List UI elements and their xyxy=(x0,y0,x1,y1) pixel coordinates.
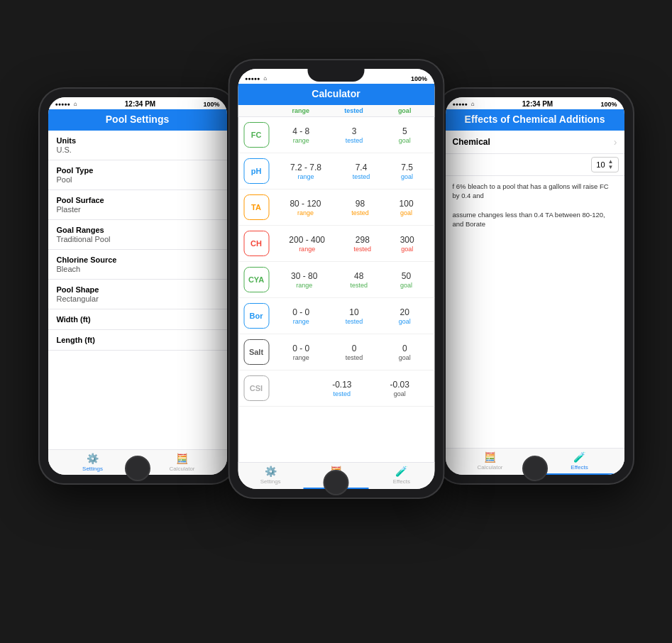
setting-pool-type-label: Pool Type xyxy=(57,166,219,175)
home-button-center[interactable] xyxy=(324,470,349,495)
setting-chlorine-source-value: Bleach xyxy=(57,265,219,273)
setting-pool-type[interactable]: Pool Type Pool xyxy=(48,160,227,190)
spinner-arrows[interactable]: ▲ ▼ xyxy=(608,159,614,170)
calc-row-csi[interactable]: CSI -0.13 tested -0.03 goal xyxy=(238,370,434,407)
bor-goal-val: 20 xyxy=(400,307,409,317)
effects-text: f 6% bleach to a pool that has a gallons… xyxy=(446,176,624,234)
fc-values: 4 - 8 range 3 tested 5 goal xyxy=(275,126,429,144)
wifi-icon-center: ⌂ xyxy=(263,75,267,82)
setting-pool-surface-label: Pool Surface xyxy=(57,196,219,204)
cya-goal-lbl: goal xyxy=(400,282,412,289)
ph-goal-lbl: goal xyxy=(401,173,413,180)
cya-goal-col: 50 goal xyxy=(400,271,412,289)
calc-row-salt[interactable]: Salt 0 - 0 range 0 tested 0 goal xyxy=(238,334,434,370)
tab-settings-left[interactable]: ⚙️ Settings xyxy=(48,450,138,475)
ph-tested-val: 7.4 xyxy=(356,163,368,172)
setting-goal-ranges-value: Traditional Pool xyxy=(57,235,219,243)
calc-row-ta[interactable]: TA 80 - 120 range 98 tested 100 goal xyxy=(238,189,434,226)
csi-goal-val: -0.03 xyxy=(390,380,409,390)
salt-range-lbl: range xyxy=(293,354,309,361)
notch xyxy=(308,69,365,82)
bor-tested-lbl: tested xyxy=(346,318,363,325)
ta-values: 80 - 120 range 98 tested 100 goal xyxy=(275,199,429,216)
phone-settings: ●●●●● ⌂ 12:34 PM 100% Pool Settings Unit… xyxy=(38,87,237,485)
ph-tested-lbl: tested xyxy=(353,173,370,180)
cya-goal-val: 50 xyxy=(402,271,411,281)
ph-tested-col: 7.4 tested xyxy=(353,163,370,180)
tab-effects-center[interactable]: 🧪 Effects xyxy=(369,463,434,489)
status-bar-right: ●●●●● ⌂ 12:34 PM 100% xyxy=(446,97,624,109)
bor-tested-col: 10 tested xyxy=(346,307,363,325)
ph-range-col: 7.2 - 7.8 range xyxy=(290,163,321,180)
status-bar-left: ●●●●● ⌂ 12:34 PM 100% xyxy=(48,97,227,109)
salt-tested-col: 0 tested xyxy=(346,344,363,361)
setting-goal-ranges-label: Goal Ranges xyxy=(57,226,219,234)
calc-row-bor[interactable]: Bor 0 - 0 range 10 tested 20 goal xyxy=(238,298,434,334)
tab-effects-right-label: Effects xyxy=(571,464,588,471)
fc-tested-val: 3 xyxy=(352,126,357,136)
ch-range-col: 200 - 400 range xyxy=(289,235,325,253)
setting-pool-surface[interactable]: Pool Surface Plaster xyxy=(48,190,227,220)
col-tested: tested xyxy=(344,107,363,114)
fc-tested-col: 3 tested xyxy=(346,126,363,144)
calc-row-ch[interactable]: CH 200 - 400 range 298 tested 300 goal xyxy=(238,226,434,262)
setting-goal-ranges[interactable]: Goal Ranges Traditional Pool xyxy=(48,220,227,250)
home-button-right[interactable] xyxy=(522,456,548,481)
ch-range-val: 200 - 400 xyxy=(289,235,325,245)
tab-settings-center[interactable]: ⚙️ Settings xyxy=(238,463,303,489)
tab-calculator-left[interactable]: 🧮 Calculator xyxy=(138,450,227,475)
calc-row-fc[interactable]: FC 4 - 8 range 3 tested 5 goal xyxy=(238,117,434,153)
battery-center: 100% xyxy=(411,75,427,82)
ph-goal-val: 7.5 xyxy=(401,163,413,172)
tab-calculator-right[interactable]: 🧮 Calculator xyxy=(446,449,535,475)
effects-title: Effects of Chemical Additions xyxy=(465,114,605,125)
setting-pool-shape[interactable]: Pool Shape Rectangular xyxy=(48,280,227,309)
settings-header: Pool Settings xyxy=(48,109,227,131)
calculator-icon-left: 🧮 xyxy=(176,453,188,464)
effects-icon-center: 🧪 xyxy=(395,466,407,477)
salt-tested-val: 0 xyxy=(352,344,357,353)
settings-icon-center: ⚙️ xyxy=(265,466,277,477)
quantity-spinner[interactable]: 10 ▲ ▼ xyxy=(591,157,618,172)
setting-units[interactable]: Units U.S. xyxy=(48,131,227,160)
tab-settings-center-label: Settings xyxy=(260,478,281,485)
effects-icon-right: 🧪 xyxy=(573,451,585,463)
spinner-row: 10 ▲ ▼ xyxy=(446,154,624,176)
bor-range-col: 0 - 0 range xyxy=(292,307,309,325)
ph-range-lbl: range xyxy=(297,173,314,180)
bor-goal-col: 20 goal xyxy=(399,307,411,325)
cya-tested-lbl: tested xyxy=(350,282,368,289)
setting-chlorine-source[interactable]: Chlorine Source Bleach xyxy=(48,250,227,280)
tab-effects-right[interactable]: 🧪 Effects xyxy=(535,449,624,475)
setting-pool-shape-value: Rectangular xyxy=(57,295,219,303)
csi-goal-col: -0.03 goal xyxy=(390,380,409,397)
cya-range-col: 30 - 80 range xyxy=(291,271,317,289)
ch-tested-col: 298 tested xyxy=(354,235,372,253)
salt-goal-lbl: goal xyxy=(399,354,411,361)
setting-pool-type-value: Pool xyxy=(57,175,219,184)
calculator-header: Calculator xyxy=(238,84,434,105)
fc-range-lbl: range xyxy=(293,137,309,144)
calc-row-ph[interactable]: pH 7.2 - 7.8 range 7.4 tested 7.5 goal xyxy=(238,153,434,189)
settings-title: Pool Settings xyxy=(106,114,169,125)
spinner-down-icon[interactable]: ▼ xyxy=(608,165,614,170)
fc-goal-lbl: goal xyxy=(399,137,411,144)
ta-range-lbl: range xyxy=(297,209,314,216)
cya-tested-col: 48 tested xyxy=(350,271,368,289)
calc-row-cya[interactable]: CYA 30 - 80 range 48 tested 50 goal xyxy=(238,262,434,298)
setting-width[interactable]: Width (ft) xyxy=(48,309,227,330)
ta-tested-col: 98 tested xyxy=(351,199,369,216)
setting-length[interactable]: Length (ft) xyxy=(48,330,227,351)
ta-range-col: 80 - 120 range xyxy=(290,199,321,216)
calculator-list: FC 4 - 8 range 3 tested 5 goal xyxy=(238,117,434,466)
signal-dots-center: ●●●●● xyxy=(245,76,260,81)
setting-chlorine-source-label: Chlorine Source xyxy=(57,255,219,264)
scene: ●●●●● ⌂ 12:34 PM 100% Pool Settings Unit… xyxy=(31,31,641,612)
phone-calculator: ●●●●● ⌂ 12:34 PM 100% Calculator range t… xyxy=(228,59,444,499)
calculator-title: Calculator xyxy=(312,88,360,99)
badge-ph: pH xyxy=(243,158,269,184)
cya-values: 30 - 80 range 48 tested 50 goal xyxy=(275,271,429,289)
home-button-left[interactable] xyxy=(125,456,150,481)
salt-range-col: 0 - 0 range xyxy=(292,344,309,361)
chevron-right-icon: › xyxy=(614,136,617,148)
